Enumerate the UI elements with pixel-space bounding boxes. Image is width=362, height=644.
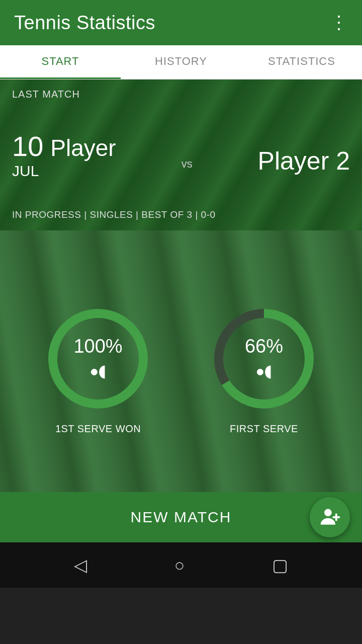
add-player-fab[interactable] xyxy=(310,497,350,537)
donut-center-66: 66% xyxy=(209,303,319,414)
donut-center-100: 100% xyxy=(43,303,153,414)
match-status-bar: IN PROGRESS | SINGLES | BEST OF 3 | 0-0 xyxy=(12,209,350,223)
new-match-button[interactable]: NEW MATCH xyxy=(0,492,362,542)
nav-back-icon[interactable]: ◁ xyxy=(74,555,87,575)
person-icon-1 xyxy=(88,362,108,382)
stat-label-first-serve-won: 1ST SERVE WON xyxy=(55,423,141,435)
donut-first-serve-won: 100% xyxy=(43,303,153,414)
match-day: 10 xyxy=(12,132,43,160)
stat-first-serve-won: 100% 1ST SERVE WON xyxy=(43,303,153,435)
main-content: LAST MATCH 10 Player JUL vs Player 2 IN … xyxy=(0,79,362,492)
svg-point-2 xyxy=(90,369,97,375)
player1-name: Player xyxy=(50,134,116,162)
android-nav-bar: ◁ ○ ▢ xyxy=(0,542,362,588)
tab-bar: START HISTORY STATISTICS xyxy=(0,45,362,79)
stat-percent-first-serve: 66% xyxy=(245,336,283,357)
last-match-label: LAST MATCH xyxy=(12,89,350,100)
stats-content: 100% 1ST SERVE WON xyxy=(0,230,362,492)
last-match-card[interactable]: LAST MATCH 10 Player JUL vs Player 2 IN … xyxy=(0,79,362,230)
menu-icon[interactable]: ⋮ xyxy=(330,14,348,32)
stat-label-first-serve: FIRST SERVE xyxy=(230,423,298,435)
player2-name: Player 2 xyxy=(258,146,350,176)
match-card-content: LAST MATCH 10 Player JUL vs Player 2 IN … xyxy=(0,79,362,230)
stat-percent-first-serve-won: 100% xyxy=(73,336,122,357)
player1-date-row: 10 Player xyxy=(12,132,116,162)
vs-label: vs xyxy=(182,157,193,171)
svg-point-5 xyxy=(256,369,263,375)
top-bar: Tennis Statistics ⋮ xyxy=(0,0,362,45)
match-players-row: 10 Player JUL vs Player 2 xyxy=(12,132,350,180)
player1-block: 10 Player JUL xyxy=(12,132,116,180)
person-icon-2 xyxy=(254,362,274,382)
nav-home-icon[interactable]: ○ xyxy=(174,555,185,575)
tab-statistics[interactable]: STATISTICS xyxy=(241,45,362,79)
nav-recents-icon[interactable]: ▢ xyxy=(272,555,288,575)
stats-area: 100% 1ST SERVE WON xyxy=(0,230,362,492)
tab-start[interactable]: START xyxy=(0,45,121,79)
stat-first-serve: 66% FIRST SERVE xyxy=(209,303,319,435)
app-title: Tennis Statistics xyxy=(14,12,155,34)
svg-point-6 xyxy=(324,509,332,517)
bottom-bar: NEW MATCH xyxy=(0,492,362,542)
tab-history[interactable]: HISTORY xyxy=(121,45,241,79)
donut-first-serve: 66% xyxy=(209,303,319,414)
add-person-icon xyxy=(319,506,341,528)
match-month: JUL xyxy=(12,163,116,180)
